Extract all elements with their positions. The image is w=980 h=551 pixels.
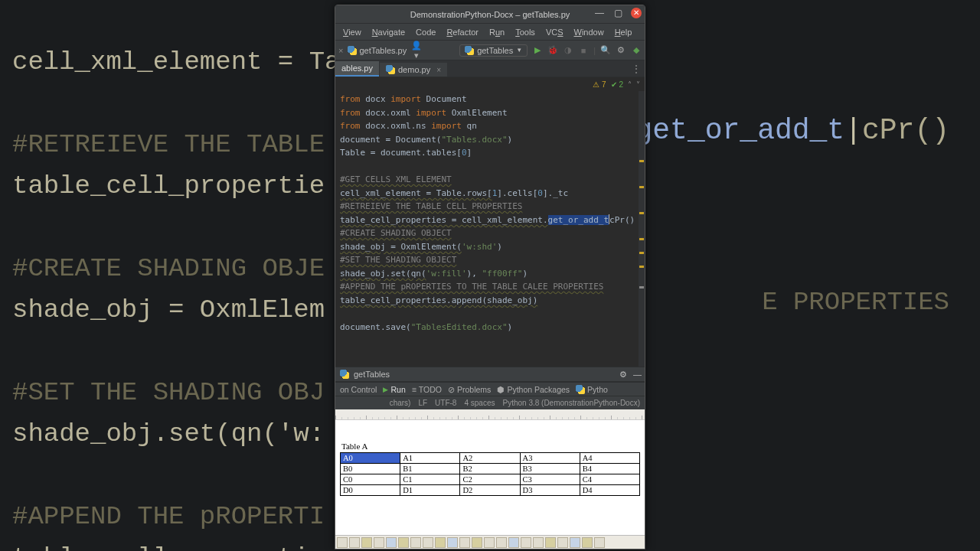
tb-btn[interactable] xyxy=(349,537,360,548)
cell[interactable]: C3 xyxy=(520,474,580,485)
cell[interactable]: D4 xyxy=(580,485,639,496)
cell[interactable]: A3 xyxy=(520,453,580,464)
word-table[interactable]: A0 A1 A2 A3 A4 B0 B1 B2 B3 B4 C0 C1 C2 xyxy=(340,452,640,496)
table-row: D0 D1 D2 D3 D4 xyxy=(341,485,640,496)
tab-version-control[interactable]: on Control xyxy=(340,385,377,394)
tb-btn[interactable] xyxy=(374,537,384,548)
maximize-button[interactable]: ▢ xyxy=(612,8,623,18)
minimize-button[interactable]: — xyxy=(594,8,605,18)
cell[interactable]: B3 xyxy=(520,464,580,474)
code-editor[interactable]: from docx import Document from docx.oxml… xyxy=(335,91,645,367)
cell[interactable]: D2 xyxy=(460,485,520,496)
menu-code[interactable]: Code xyxy=(411,26,440,38)
tb-btn[interactable] xyxy=(582,537,593,548)
tb-btn[interactable] xyxy=(435,537,446,548)
ruler[interactable] xyxy=(335,409,645,420)
cell[interactable]: D1 xyxy=(400,485,460,496)
tab-problems[interactable]: ⊘Problems xyxy=(448,385,491,394)
run-hide-icon[interactable]: — xyxy=(633,370,642,380)
ok-indicator[interactable]: ✔ 2 xyxy=(611,80,623,89)
cell[interactable]: B0 xyxy=(341,464,400,474)
tb-btn[interactable] xyxy=(447,537,458,548)
tb-btn[interactable] xyxy=(545,537,556,548)
window-title: DemonstrationPython-Docx – getTables.py xyxy=(410,10,570,19)
cell[interactable]: B2 xyxy=(460,464,520,474)
tb-btn[interactable] xyxy=(386,537,397,548)
tb-btn[interactable] xyxy=(533,537,544,548)
python-script-icon xyxy=(465,46,474,55)
tb-btn[interactable] xyxy=(496,537,507,548)
tab-close-icon[interactable]: × xyxy=(436,66,441,74)
menu-refactor[interactable]: Refactor xyxy=(442,26,483,38)
user-icon[interactable]: 👤▾ xyxy=(411,41,422,60)
search-icon[interactable]: 🔍 xyxy=(600,45,611,55)
tb-btn[interactable] xyxy=(361,537,372,548)
stop-button[interactable]: ■ xyxy=(578,46,589,55)
menu-view[interactable]: View xyxy=(338,26,366,38)
todo-icon: ≡ xyxy=(412,385,416,394)
tab-todo[interactable]: ≡TODO xyxy=(412,385,442,394)
cell-a0[interactable]: A0 xyxy=(341,453,400,464)
status-chars: chars) xyxy=(390,399,411,407)
tb-btn[interactable] xyxy=(459,537,470,548)
cell[interactable]: C1 xyxy=(400,474,460,485)
cell[interactable]: D3 xyxy=(520,485,580,496)
tb-btn[interactable] xyxy=(472,537,482,548)
tb-btn[interactable] xyxy=(410,537,421,548)
python-file-icon xyxy=(386,65,395,74)
tb-btn[interactable] xyxy=(557,537,568,548)
cell[interactable]: A2 xyxy=(460,453,520,464)
debug-button[interactable]: 🐞 xyxy=(547,45,558,55)
run-tool-header[interactable]: getTables ⚙ — xyxy=(335,367,645,382)
tab-run[interactable]: ▶Run xyxy=(383,385,405,394)
status-indent[interactable]: 4 spaces xyxy=(464,399,495,407)
menu-run[interactable]: Run xyxy=(485,26,509,38)
status-interpreter[interactable]: Python 3.8 (DemonstrationPython-Docx) xyxy=(502,399,640,407)
breadcrumb-file[interactable]: getTables.py xyxy=(348,46,407,55)
inspection-up-icon[interactable]: ˄ xyxy=(628,80,632,89)
settings-icon[interactable]: ⚙ xyxy=(616,45,626,55)
cell[interactable]: B1 xyxy=(400,464,460,474)
cell[interactable]: C4 xyxy=(580,474,639,485)
tab-python-console[interactable]: Pytho xyxy=(576,385,608,394)
run-config-selector[interactable]: getTables ▼ xyxy=(459,44,528,57)
menu-tools[interactable]: Tools xyxy=(511,26,540,38)
tb-btn[interactable] xyxy=(508,537,519,548)
tb-btn[interactable] xyxy=(398,537,409,548)
cell[interactable]: C2 xyxy=(460,474,520,485)
run-settings-icon[interactable]: ⚙ xyxy=(619,370,627,380)
tb-btn[interactable] xyxy=(570,537,580,548)
inspection-down-icon[interactable]: ˅ xyxy=(636,80,640,89)
close-button[interactable]: ✕ xyxy=(631,8,642,18)
menu-help[interactable]: Help xyxy=(610,26,637,38)
error-stripe[interactable] xyxy=(639,91,645,367)
run-coverage-button[interactable]: ◑ xyxy=(563,45,573,55)
warnings-indicator[interactable]: ⚠ 7 xyxy=(593,80,606,89)
run-button[interactable]: ▶ xyxy=(532,45,543,55)
tab-python-packages[interactable]: ⬢Python Packages xyxy=(497,385,570,394)
menu-navigate[interactable]: Navigate xyxy=(368,26,410,38)
menu-window[interactable]: Window xyxy=(570,26,609,38)
cell[interactable]: A1 xyxy=(400,453,460,464)
code-content[interactable]: from docx import Document from docx.oxml… xyxy=(340,93,645,334)
tab-gettables[interactable]: ables.py xyxy=(335,61,379,77)
tab-demo[interactable]: demo.py × xyxy=(380,63,447,77)
bottom-tool-tabs: on Control ▶Run ≡TODO ⊘Problems ⬢Python … xyxy=(335,382,645,396)
status-line-ending[interactable]: LF xyxy=(418,399,427,407)
menu-vcs[interactable]: VCS xyxy=(541,26,568,38)
tb-btn[interactable] xyxy=(423,537,433,548)
status-encoding[interactable]: UTF-8 xyxy=(435,399,456,407)
ide-badge-icon[interactable]: ◆ xyxy=(631,45,642,55)
tb-btn[interactable] xyxy=(521,537,531,548)
cell[interactable]: C0 xyxy=(341,474,400,485)
cell[interactable]: B4 xyxy=(580,464,639,474)
run-tool-title: getTables xyxy=(354,370,390,379)
tb-btn[interactable] xyxy=(594,537,605,548)
tb-btn[interactable] xyxy=(484,537,495,548)
cell[interactable]: A4 xyxy=(580,453,639,464)
tabs-more-icon[interactable]: ⋮ xyxy=(631,64,642,74)
cell[interactable]: D0 xyxy=(341,485,400,496)
title-bar[interactable]: DemonstrationPython-Docx – getTables.py … xyxy=(335,5,645,24)
tb-btn[interactable] xyxy=(337,537,348,548)
editor-tabs: ables.py demo.py × ⋮ xyxy=(335,60,645,77)
